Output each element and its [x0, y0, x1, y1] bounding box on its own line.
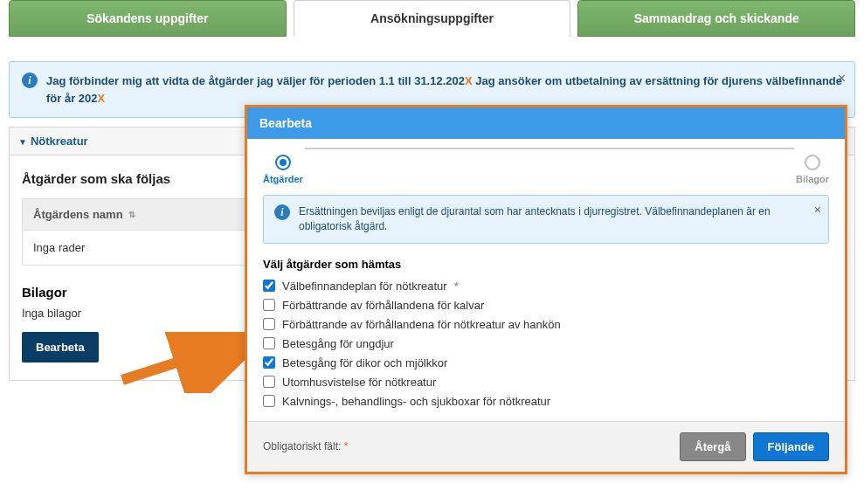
step-1-label: Åtgärder [263, 174, 303, 184]
step-2-label: Bilagor [796, 174, 829, 184]
placeholder-x: X [465, 74, 473, 87]
close-icon[interactable]: × [838, 71, 846, 86]
option-label: Betesgång för ungdjur [282, 337, 394, 350]
step-1-bubble[interactable] [275, 155, 291, 170]
option-row[interactable]: Förbättrande av förhållandena för nötkre… [263, 318, 829, 331]
option-label: Kalvnings-, behandlings- och sjukboxar f… [282, 395, 550, 408]
option-row[interactable]: Förbättrande av förhållandena för kalvar [263, 299, 829, 312]
info-icon: i [22, 72, 38, 88]
option-checkbox[interactable] [263, 280, 275, 292]
edit-modal: Bearbeta Åtgärder Bilagor i Ersättningen… [245, 105, 847, 474]
info-text: Jag förbinder mig att vidta de åtgärder … [46, 72, 842, 107]
option-checkbox[interactable] [263, 376, 275, 388]
option-row[interactable]: Välbefinnandeplan för nötkreatur * [263, 280, 829, 293]
option-row[interactable]: Betesgång för dikor och mjölkkor [263, 356, 829, 369]
option-checkbox[interactable] [263, 337, 275, 349]
modal-title: Bearbeta [247, 107, 845, 139]
tab-applicant[interactable]: Sökandens uppgifter [9, 0, 287, 37]
placeholder-x: X [98, 92, 106, 105]
svg-line-1 [122, 341, 245, 380]
caret-down-icon: ▼ [18, 137, 27, 147]
stepper: Åtgärder Bilagor [263, 155, 829, 184]
required-asterisk: * [454, 280, 459, 293]
option-label: Välbefinnandeplan för nötkreatur [282, 280, 447, 293]
info-icon: i [274, 204, 290, 220]
step-line [305, 148, 794, 149]
option-label: Förbättrande av förhållandena för nötkre… [282, 318, 561, 331]
tab-summary[interactable]: Sammandrag och skickande [577, 0, 855, 37]
option-row[interactable]: Kalvnings-, behandlings- och sjukboxar f… [263, 395, 829, 408]
step-2-bubble[interactable] [805, 155, 820, 170]
sort-icon: ⇅ [128, 210, 135, 219]
option-checkbox[interactable] [263, 356, 275, 369]
next-button[interactable]: Följande [753, 432, 829, 461]
annotation-arrow [118, 332, 258, 393]
modal-info-text: Ersättningen beviljas enligt de djuranta… [299, 204, 818, 234]
close-icon[interactable]: × [814, 203, 821, 217]
edit-button[interactable]: Bearbeta [22, 332, 99, 362]
option-checkbox[interactable] [263, 299, 275, 311]
option-row[interactable]: Utomhusvistelse för nötkreatur [263, 376, 829, 389]
modal-footer: Obligatoriskt fält: * Återgå Följande [247, 421, 845, 472]
tab-bar: Sökandens uppgifter Ansökningsuppgifter … [0, 0, 864, 37]
option-checkbox[interactable] [263, 395, 275, 407]
back-button[interactable]: Återgå [680, 432, 745, 461]
option-checkbox[interactable] [263, 318, 275, 330]
option-row[interactable]: Betesgång för ungdjur [263, 337, 829, 350]
tab-application[interactable]: Ansökningsuppgifter [294, 0, 571, 37]
fetch-heading: Välj åtgärder som hämtas [263, 258, 829, 271]
modal-info-bar: i Ersättningen beviljas enligt de djuran… [263, 195, 829, 244]
option-label: Förbättrande av förhållandena för kalvar [282, 299, 484, 312]
required-label: Obligatoriskt fält: * [263, 440, 348, 452]
option-label: Utomhusvistelse för nötkreatur [282, 376, 436, 389]
option-label: Betesgång för dikor och mjölkkor [282, 356, 447, 369]
